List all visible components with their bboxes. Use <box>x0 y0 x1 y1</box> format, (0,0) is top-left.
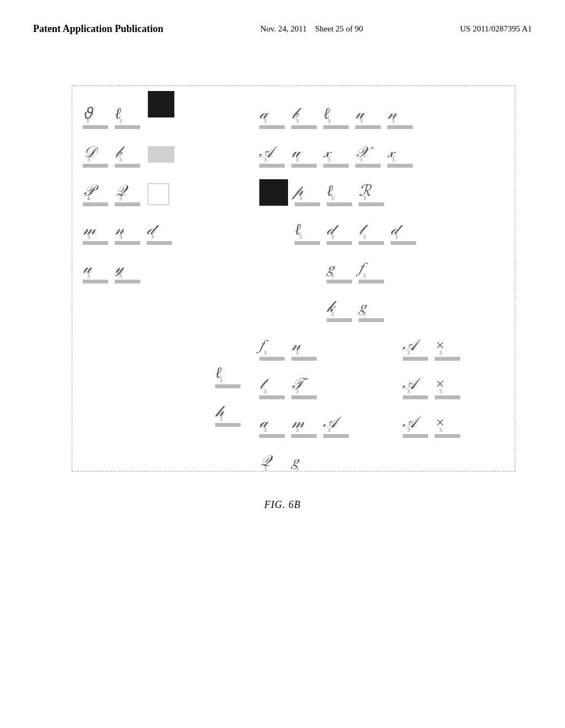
svg-text:𝒫: 𝒫 <box>83 182 99 199</box>
svg-rect-12 <box>115 164 140 168</box>
svg-rect-81 <box>327 241 352 245</box>
svg-text:3: 3 <box>392 118 395 124</box>
svg-text:𝒳: 𝒳 <box>355 143 374 160</box>
svg-text:3: 3 <box>296 157 299 163</box>
svg-text:3: 3 <box>392 157 395 163</box>
svg-text:3: 3 <box>331 195 334 201</box>
svg-text:3: 3 <box>296 427 299 433</box>
svg-text:3: 3 <box>119 118 122 124</box>
svg-rect-6 <box>148 91 174 117</box>
svg-text:3: 3 <box>264 157 266 163</box>
svg-rect-108 <box>403 357 428 361</box>
svg-text:𝒯: 𝒯 <box>291 375 308 392</box>
svg-text:3: 3 <box>328 157 331 163</box>
svg-rect-90 <box>327 280 352 283</box>
svg-text:3: 3 <box>86 118 89 124</box>
svg-rect-126 <box>435 395 460 399</box>
svg-rect-5 <box>115 125 140 129</box>
svg-text:3: 3 <box>363 311 366 317</box>
svg-text:3: 3 <box>331 234 334 240</box>
svg-rect-13 <box>148 146 174 163</box>
page-header: Patent Application Publication Nov. 24, … <box>0 0 565 47</box>
svg-rect-23 <box>83 241 108 245</box>
svg-rect-41 <box>291 125 317 129</box>
svg-rect-20 <box>148 184 169 205</box>
svg-rect-120 <box>291 395 317 399</box>
svg-text:3: 3 <box>363 195 366 201</box>
svg-rect-105 <box>291 357 317 361</box>
svg-rect-32 <box>83 280 108 283</box>
svg-rect-69 <box>295 202 320 206</box>
svg-rect-66 <box>259 179 288 206</box>
svg-rect-2 <box>83 125 108 129</box>
svg-text:𝒜: 𝒜 <box>402 375 422 392</box>
svg-rect-96 <box>327 318 352 322</box>
svg-rect-93 <box>359 280 384 283</box>
svg-rect-117 <box>259 395 285 399</box>
svg-text:3: 3 <box>407 350 410 356</box>
publication-date: Nov. 24, 2011 Sheet 25 of 90 <box>260 24 363 34</box>
svg-text:3: 3 <box>328 118 331 124</box>
svg-rect-44 <box>323 125 349 129</box>
svg-rect-75 <box>359 202 384 206</box>
svg-text:𝒜: 𝒜 <box>259 143 278 160</box>
svg-text:𝒜: 𝒜 <box>402 336 422 354</box>
svg-rect-35 <box>115 280 140 283</box>
svg-rect-53 <box>259 164 285 168</box>
svg-text:3: 3 <box>151 234 154 240</box>
svg-rect-111 <box>435 357 460 361</box>
svg-text:3: 3 <box>119 157 122 163</box>
svg-rect-123 <box>403 395 428 399</box>
svg-text:3: 3 <box>331 272 334 279</box>
svg-rect-84 <box>359 241 384 245</box>
svg-text:3: 3 <box>299 234 302 240</box>
svg-rect-62 <box>355 164 381 168</box>
svg-rect-38 <box>259 125 285 129</box>
svg-text:3: 3 <box>119 272 122 279</box>
figure-drawing: ϑ 3 ℓ 3 𝒟 3 𝒷 3 𝒫 4 𝒬 3 𝓂 3 � <box>72 85 510 472</box>
svg-text:3: 3 <box>407 427 410 433</box>
svg-rect-29 <box>147 241 172 245</box>
svg-text:4: 4 <box>87 195 90 201</box>
svg-text:3: 3 <box>439 388 442 394</box>
svg-text:3: 3 <box>220 416 222 422</box>
svg-rect-78 <box>295 241 320 245</box>
svg-rect-87 <box>391 241 416 245</box>
svg-text:3: 3 <box>296 388 299 394</box>
svg-rect-99 <box>359 318 384 322</box>
svg-text:3: 3 <box>296 118 299 124</box>
svg-rect-132 <box>259 434 285 438</box>
svg-text:3: 3 <box>328 427 331 433</box>
svg-text:3: 3 <box>363 272 366 279</box>
svg-rect-65 <box>387 164 413 168</box>
svg-rect-135 <box>291 434 317 438</box>
svg-text:3: 3 <box>363 234 366 240</box>
svg-text:3: 3 <box>264 388 266 394</box>
svg-text:3: 3 <box>87 272 90 279</box>
svg-text:3: 3 <box>119 234 122 240</box>
svg-text:𝒜: 𝒜 <box>402 414 422 431</box>
svg-text:𝓅: 𝓅 <box>291 182 304 200</box>
svg-text:3: 3 <box>264 350 266 356</box>
svg-rect-47 <box>355 125 381 129</box>
svg-rect-129 <box>215 423 241 427</box>
patent-number: US 2011/0287395 A1 <box>460 24 532 34</box>
svg-text:3: 3 <box>296 465 299 472</box>
svg-rect-141 <box>403 434 428 438</box>
svg-text:3: 3 <box>264 427 266 433</box>
svg-text:𝑓: 𝑓 <box>256 336 269 354</box>
svg-rect-9 <box>83 164 108 168</box>
svg-text:3: 3 <box>264 118 266 124</box>
svg-text:3: 3 <box>439 427 442 433</box>
svg-text:3: 3 <box>299 195 302 201</box>
figure-label: FIG. 6B <box>0 499 565 511</box>
svg-rect-56 <box>291 164 317 168</box>
svg-text:3: 3 <box>87 234 90 240</box>
svg-text:3: 3 <box>87 157 90 163</box>
sheet-info: Sheet 25 of 90 <box>315 24 363 33</box>
svg-text:3: 3 <box>331 311 334 317</box>
svg-rect-114 <box>215 384 241 388</box>
svg-rect-59 <box>323 164 349 168</box>
svg-text:3: 3 <box>264 465 266 472</box>
svg-rect-16 <box>83 202 108 206</box>
